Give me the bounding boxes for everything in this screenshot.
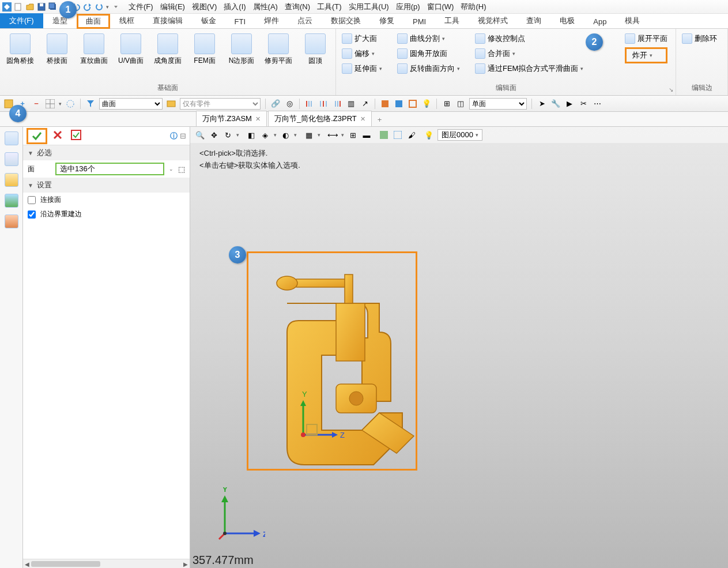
rail-image-icon[interactable] xyxy=(5,194,18,208)
menu-insert[interactable]: 插入(I) xyxy=(224,2,246,12)
menu-file[interactable]: 文件(F) xyxy=(129,2,153,12)
tb-align1-icon[interactable] xyxy=(304,99,315,109)
ribbon-tab-pmi[interactable]: PMI xyxy=(403,15,435,28)
tb-more-icon[interactable]: ⋯ xyxy=(592,99,602,109)
btn-uv-surface[interactable]: U/V曲面 xyxy=(114,31,148,67)
vt-section-icon[interactable]: ◧ xyxy=(246,130,257,140)
doc-tab-asm[interactable]: 万向节.Z3ASM✕ xyxy=(196,111,267,126)
ribbon-tab-electrode[interactable]: 电极 xyxy=(550,13,584,28)
vt-grid-icon[interactable]: ⊞ xyxy=(348,130,358,140)
scroll-thumb[interactable] xyxy=(31,561,100,567)
scroll-left-icon[interactable]: ◀ xyxy=(23,560,31,568)
btn-fem-smooth[interactable]: 通过FEM拟合方式平滑曲面▾ xyxy=(475,62,583,75)
rail-body-icon[interactable] xyxy=(5,173,18,187)
confirm-button[interactable] xyxy=(27,128,47,144)
ribbon-tab-sheetmetal[interactable]: 钣金 xyxy=(192,13,225,28)
menu-application[interactable]: 应用(p) xyxy=(396,2,420,12)
menu-view[interactable]: 视图(V) xyxy=(192,2,217,12)
menu-attribute[interactable]: 属性(A) xyxy=(253,2,278,12)
tb-link-icon[interactable]: 🔗 xyxy=(270,99,281,109)
btn-modify-ctrl[interactable]: 修改控制点 xyxy=(475,32,583,45)
redo-icon[interactable] xyxy=(83,2,92,12)
section-settings[interactable]: ▼设置 xyxy=(23,178,190,193)
btn-nside-face[interactable]: N边形面 xyxy=(225,31,258,67)
rebuild-edge-checkbox[interactable] xyxy=(28,210,36,219)
btn-merge-face[interactable]: 合并面▾ xyxy=(475,47,583,60)
btn-delete-loop[interactable]: 删除环 xyxy=(682,32,722,45)
tb-wrench-icon[interactable]: 🔧 xyxy=(550,99,561,109)
btn-dome[interactable]: 圆顶 xyxy=(299,31,332,67)
tb-grid2-icon[interactable]: ⊞ xyxy=(442,99,452,109)
menu-tools[interactable]: 工具(T) xyxy=(317,2,342,12)
close-icon[interactable]: ✕ xyxy=(255,115,261,123)
part-filter-select[interactable]: 仅有零件 xyxy=(180,98,261,110)
tb-arrow-icon[interactable]: ↗ xyxy=(360,99,370,109)
scroll-right-icon[interactable]: ▶ xyxy=(182,560,190,568)
tb-cursor-icon[interactable]: ➤ xyxy=(537,99,547,109)
ribbon-tab-weld[interactable]: 焊件 xyxy=(255,13,288,28)
btn-fem-face[interactable]: FEM面 xyxy=(188,31,221,67)
rail-user-icon[interactable] xyxy=(5,215,18,228)
ribbon-tab-pointcloud[interactable]: 点云 xyxy=(288,13,322,28)
btn-fillet-open[interactable]: 圆角开放面 xyxy=(397,47,460,60)
tb-align4-icon[interactable]: ▥ xyxy=(346,99,356,109)
tb-light-icon[interactable]: 💡 xyxy=(421,99,432,109)
panel-scrollbar[interactable]: ◀ ▶ xyxy=(23,559,190,568)
btn-angle-face[interactable]: 成角度面 xyxy=(151,31,184,67)
btn-explode[interactable]: 炸开▾ xyxy=(625,47,667,63)
ribbon-tab-exchange[interactable]: 数据交换 xyxy=(322,13,370,28)
menu-window[interactable]: 窗口(W) xyxy=(427,2,454,12)
tb-align3-icon[interactable] xyxy=(332,99,342,109)
menu-edit[interactable]: 编辑(E) xyxy=(160,2,185,12)
btn-reverse-direction[interactable]: 反转曲面方向▾ xyxy=(397,62,460,75)
apply-button[interactable] xyxy=(68,128,84,144)
section-required[interactable]: ▼必选 xyxy=(23,145,190,160)
vt-pan-icon[interactable]: ✥ xyxy=(209,130,219,140)
vt-zoom-icon[interactable]: 🔍 xyxy=(195,130,205,140)
layer-select[interactable]: 图层0000▾ xyxy=(437,129,482,141)
btn-extend-face[interactable]: 延伸面▾ xyxy=(342,62,382,75)
menu-help[interactable]: 帮助(H) xyxy=(461,2,486,12)
btn-ruled-surface[interactable]: 直纹曲面 xyxy=(77,31,111,67)
open-icon[interactable] xyxy=(25,2,35,12)
refresh-icon[interactable] xyxy=(95,2,104,12)
new-tab-button[interactable]: + xyxy=(373,113,387,126)
qat-arrow-icon[interactable] xyxy=(111,2,120,12)
tb-sq2-icon[interactable] xyxy=(394,99,404,109)
doc-tab-prt[interactable]: 万向节_简化包络.Z3PRT✕ xyxy=(268,111,372,126)
menu-query[interactable]: 查询(N) xyxy=(285,2,310,12)
tb-grid-icon[interactable] xyxy=(45,99,55,109)
vt-dim-icon[interactable]: ⟷ xyxy=(327,130,338,140)
btn-unfold-plane[interactable]: 展开平面 xyxy=(625,32,667,45)
ribbon-tab-repair[interactable]: 修复 xyxy=(370,13,403,28)
filter-select[interactable]: 曲面 xyxy=(99,98,163,110)
ribbon-tab-wireframe[interactable]: 线框 xyxy=(110,13,144,28)
ribbon-tab-surface[interactable]: 曲面 xyxy=(77,14,110,29)
info-button[interactable]: ⓘ xyxy=(170,131,178,141)
vt-color1-icon[interactable] xyxy=(379,130,389,140)
save-icon[interactable] xyxy=(37,2,46,12)
tb-align2-icon[interactable] xyxy=(318,99,329,109)
btn-enlarge-face[interactable]: 扩大面 xyxy=(342,32,382,45)
group-launcher-icon[interactable]: ↘ xyxy=(669,86,673,93)
rail-tree-icon[interactable] xyxy=(5,152,18,166)
vt-color2-icon[interactable] xyxy=(393,130,403,140)
panel-close-button[interactable]: ⊟ xyxy=(180,131,186,140)
tb-sq1-icon[interactable] xyxy=(380,99,390,109)
btn-fillet-bridge[interactable]: 圆角桥接 xyxy=(3,31,37,67)
tb-box-icon[interactable] xyxy=(166,99,176,109)
tb-dotted-icon[interactable] xyxy=(65,99,76,109)
vt-bulb-icon[interactable]: 💡 xyxy=(424,130,434,140)
vt-iso-icon[interactable]: ◈ xyxy=(260,130,270,140)
tb-sq3-icon[interactable] xyxy=(408,99,418,109)
save-all-icon[interactable] xyxy=(48,2,58,12)
ribbon-tab-fti[interactable]: FTI xyxy=(225,15,255,28)
tb-remove-icon[interactable]: − xyxy=(31,99,42,109)
dropdown-icon[interactable]: ⌄ xyxy=(169,166,173,172)
tb-filter-icon[interactable] xyxy=(85,99,96,109)
face-selection-field[interactable]: 选中136个 xyxy=(55,163,164,175)
qat-dropdown-icon[interactable]: ▾ xyxy=(106,4,109,10)
close-icon[interactable]: ✕ xyxy=(360,115,365,123)
tb-target-icon[interactable]: ◎ xyxy=(284,99,295,109)
vt-floor-icon[interactable]: ▦ xyxy=(304,130,314,140)
